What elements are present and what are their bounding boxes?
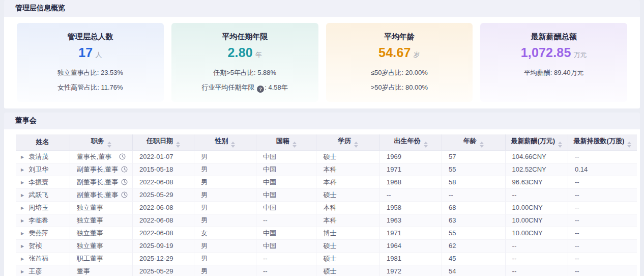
overview-section-body: 管理层总人数17人独立董事占比: 23.53%女性高管占比: 11.76%平均任… xyxy=(4,17,640,108)
sort-desc-caret xyxy=(480,145,484,148)
sort-carets-icon[interactable] xyxy=(480,142,484,148)
stat-value-number: 1,072.85 xyxy=(521,45,571,60)
cell-nationality: -- xyxy=(256,214,316,227)
column-header-education[interactable]: 学历 xyxy=(316,134,380,150)
clock-icon[interactable] xyxy=(121,166,128,173)
sort-carets-icon[interactable] xyxy=(627,142,631,148)
overview-section-title: 管理层信息概览 xyxy=(15,4,65,12)
stat-card-age: 平均年龄54.67岁≤50岁占比: 20.00%>50岁占比: 80.00% xyxy=(326,23,473,102)
sort-carets-icon[interactable] xyxy=(107,142,111,148)
column-header-gender[interactable]: 性别 xyxy=(194,134,256,150)
cell-nationality: -- xyxy=(256,265,316,276)
cell-start_date: 2022-06-08 xyxy=(133,214,194,227)
director-name: 李振寰 xyxy=(28,178,48,186)
director-name: 樊燕萍 xyxy=(28,229,48,237)
cell-name: ▶刘卫华 xyxy=(16,163,70,176)
cell-salary: 96.63CNY xyxy=(505,176,568,188)
director-name: 刘卫华 xyxy=(28,165,48,173)
table-row: ▶樊燕萍独立董事2022-06-08女中国博士19715510.00CNY-- xyxy=(16,227,637,239)
sort-carets-icon[interactable] xyxy=(558,142,562,148)
cell-nationality: 中国 xyxy=(256,227,316,239)
caret-right-icon[interactable]: ▶ xyxy=(21,193,24,198)
cell-nationality: 中国 xyxy=(256,201,316,214)
caret-right-icon[interactable]: ▶ xyxy=(21,231,24,236)
caret-right-icon[interactable]: ▶ xyxy=(21,180,24,185)
cell-age: 58 xyxy=(442,176,506,188)
sort-carets-icon[interactable] xyxy=(424,142,428,148)
sort-asc-caret xyxy=(354,142,358,144)
sort-carets-icon[interactable] xyxy=(231,142,235,148)
stat-value-number: 2.80 xyxy=(227,45,252,60)
cell-education: 硕士 xyxy=(316,239,380,252)
stat-card-tenure: 平均任期年限2.80年任期>5年占比: 5.88%行业平均任期年限 ?: 4.5… xyxy=(171,23,318,102)
caret-right-icon[interactable]: ▶ xyxy=(21,155,24,159)
position-text: 副董事长,董事 xyxy=(77,178,119,187)
column-header-nationality[interactable]: 国籍 xyxy=(256,134,316,150)
caret-right-icon[interactable]: ▶ xyxy=(21,257,24,261)
cell-name: ▶周培玉 xyxy=(16,201,70,214)
cell-age: 57 xyxy=(442,150,506,163)
stat-card-title: 最新薪酬总额 xyxy=(484,32,623,42)
caret-right-icon[interactable]: ▶ xyxy=(21,269,24,274)
column-header-birth_year[interactable]: 出生年份 xyxy=(379,134,442,150)
sort-desc-caret xyxy=(627,145,631,148)
cell-nationality: 中国 xyxy=(256,239,316,252)
column-header-start_date[interactable]: 任职日期 xyxy=(133,134,194,150)
cell-position: 独立董事 xyxy=(70,227,132,239)
cell-position: 独立董事 xyxy=(70,214,132,227)
board-section-header: 董事会 xyxy=(4,113,640,129)
cell-birth_year: 1963 xyxy=(379,214,442,227)
cell-shares: -- xyxy=(568,239,637,252)
cell-shares: -- xyxy=(568,252,637,265)
caret-right-icon[interactable]: ▶ xyxy=(21,206,24,210)
caret-right-icon[interactable]: ▶ xyxy=(21,168,24,172)
stat-card-line: ≤50岁占比: 20.00% xyxy=(330,68,469,77)
caret-right-icon[interactable]: ▶ xyxy=(21,244,24,249)
cell-start_date: 2025-05-29 xyxy=(133,188,194,201)
cell-gender: 男 xyxy=(194,176,256,188)
sort-desc-caret xyxy=(424,145,428,148)
clock-icon[interactable] xyxy=(119,153,126,160)
cell-name: ▶樊燕萍 xyxy=(16,227,70,239)
sort-carets-icon[interactable] xyxy=(354,142,358,148)
sort-carets-icon[interactable] xyxy=(176,142,180,148)
cell-gender: 男 xyxy=(194,252,256,265)
cell-age: 62 xyxy=(442,239,506,252)
cell-age: 63 xyxy=(442,214,506,227)
clock-icon[interactable] xyxy=(121,179,128,185)
stat-value-number: 17 xyxy=(78,45,93,60)
director-name: 武跃飞 xyxy=(28,191,48,199)
cell-education: 本科 xyxy=(316,163,380,176)
sort-desc-caret xyxy=(231,145,235,148)
cell-birth_year: 1969 xyxy=(379,150,442,163)
cell-nationality: -- xyxy=(256,252,316,265)
position-cell-inner: 独立董事 xyxy=(77,203,126,212)
sort-asc-caret xyxy=(480,142,484,144)
column-header-shares[interactable]: 最新持股数(万股) xyxy=(568,134,637,150)
sort-carets-icon[interactable] xyxy=(292,142,297,148)
clock-icon[interactable] xyxy=(121,191,128,198)
column-header-salary[interactable]: 最新薪酬(万元) xyxy=(505,134,568,150)
question-mark-icon[interactable]: ? xyxy=(257,86,264,93)
cell-position: 董事 xyxy=(70,265,132,276)
sort-asc-caret xyxy=(424,142,428,144)
stat-card-line: 女性高管占比: 11.76% xyxy=(21,83,160,92)
table-row: ▶袁清茂董事长,董事2022-01-07男中国硕士196957104.66CNY… xyxy=(16,150,637,163)
cell-education: 硕士 xyxy=(316,150,380,163)
sort-asc-caret xyxy=(558,142,562,144)
position-cell-inner: 副董事长,董事 xyxy=(77,190,126,200)
sort-desc-caret xyxy=(107,145,111,148)
director-name: 王彦 xyxy=(28,267,42,275)
cell-position: 副董事长,董事 xyxy=(70,188,132,201)
cell-birth_year: 1964 xyxy=(379,239,442,252)
table-row: ▶李临春独立董事2022-06-08男--本科19636310.00CNY-- xyxy=(16,214,637,227)
position-cell-inner: 董事长,董事 xyxy=(77,152,126,161)
position-cell-inner: 副董事长,董事 xyxy=(77,165,126,174)
cell-birth_year: -- xyxy=(379,188,442,201)
position-cell-inner: 董事 xyxy=(77,267,126,276)
column-header-position[interactable]: 职务 xyxy=(70,134,132,150)
column-header-age[interactable]: 年龄 xyxy=(442,134,506,150)
caret-right-icon[interactable]: ▶ xyxy=(21,218,24,223)
cell-start_date: 2025-05-29 xyxy=(133,265,194,276)
cell-shares: -- xyxy=(568,227,637,239)
